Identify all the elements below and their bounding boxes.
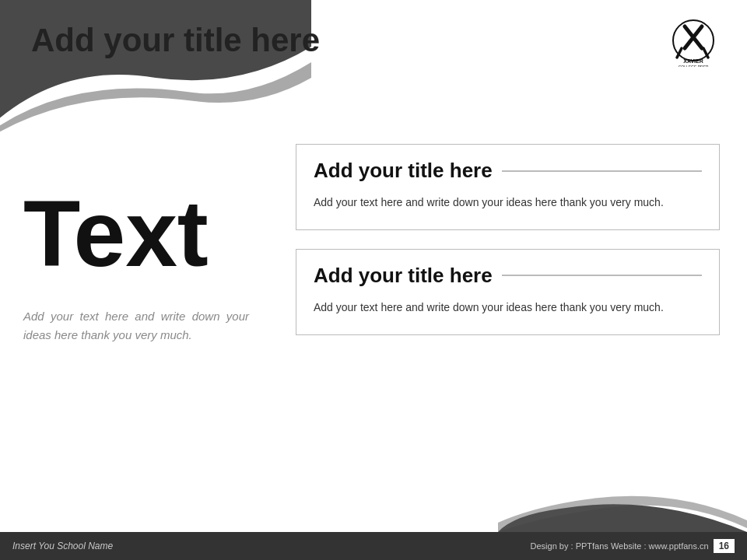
content-box-1: Add your title here Add your text here a… [296,144,720,230]
content-box-2-title-text: Add your title here [314,264,493,288]
right-content-area: Add your title here Add your text here a… [296,144,720,354]
swoosh-bottom-icon [498,470,747,532]
page-number: 16 [714,539,735,553]
content-box-2-title: Add your title here [314,264,702,288]
footer-school-name: Insert You School Name [12,541,113,551]
content-box-1-title: Add your title here [314,159,702,183]
content-box-1-body: Add your text here and write down your i… [314,194,702,212]
swoosh-top-icon [0,0,311,140]
logo: XAVIER COLLEGE PREP [661,16,724,70]
footer-credits: Design by : PPTfans Website : www.pptfan… [531,541,709,551]
content-box-2: Add your title here Add your text here a… [296,249,720,335]
footer-right-area: Design by : PPTfans Website : www.pptfan… [531,539,735,553]
big-word: Text [23,187,209,280]
slide-title: Add your title here [31,22,320,59]
footer: Insert You School Name Design by : PPTfa… [0,532,747,560]
xavier-logo-icon: XAVIER COLLEGE PREP [665,19,721,67]
svg-text:XAVIER: XAVIER [683,58,703,64]
slide: Add your title here XAVIER COLLEGE PREP … [0,0,747,560]
content-box-2-body: Add your text here and write down your i… [314,299,702,317]
content-box-1-title-text: Add your title here [314,159,493,183]
svg-text:COLLEGE PREP: COLLEGE PREP [679,65,709,67]
left-body-text: Add your text here and write down your i… [23,307,249,345]
